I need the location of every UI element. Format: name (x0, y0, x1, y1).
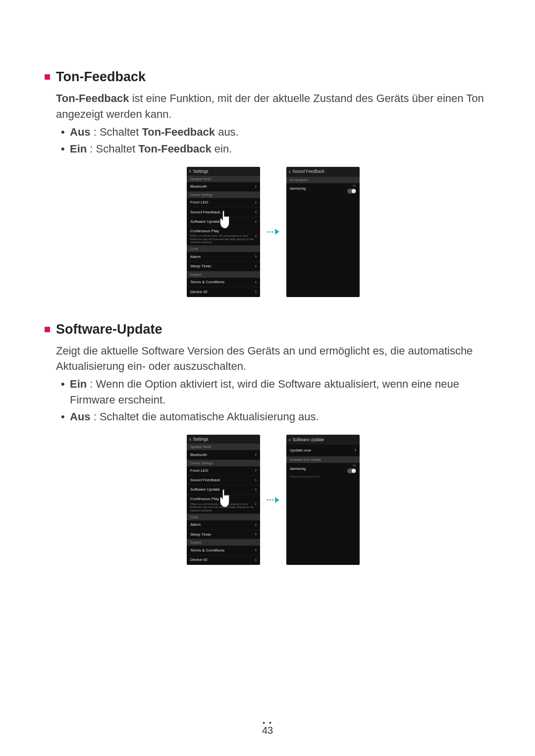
row-label: Update now (290, 448, 311, 454)
bullet-icon (45, 74, 50, 80)
speaker-name: samsung (290, 466, 306, 472)
toggle-row-samsung[interactable]: samsung On (286, 183, 360, 195)
list-rest: : Schaltet die automatische Aktualisieru… (91, 410, 319, 423)
row-label: Sound Feedback (190, 477, 220, 483)
chevron-right-icon: › (355, 447, 356, 454)
chevron-right-icon: › (255, 183, 257, 191)
intro-bold: Ton-Feedback (56, 92, 129, 104)
row-software-update[interactable]: Software Update› (187, 485, 260, 495)
row-bluetooth[interactable]: Bluetooth› (187, 182, 260, 192)
speaker-name: samsung (290, 186, 306, 192)
list-item: Aus : Schaltet die automatische Aktualis… (56, 409, 490, 425)
row-label: Continuous Play (190, 228, 219, 234)
chevron-right-icon: › (255, 288, 257, 296)
row-label: Front LED (190, 200, 208, 205)
row-continuous-play[interactable]: Continuous Play When you arrive home, th… (187, 495, 260, 513)
row-bluetooth[interactable]: Bluetooth› (187, 450, 260, 459)
toggle-wrap: On (347, 184, 356, 194)
row-label: Sound Feedback (190, 209, 220, 215)
section-title-row: Software-Update (45, 322, 490, 337)
arrow-flow-icon (267, 229, 279, 235)
row-device-id[interactable]: Device ID› (187, 555, 260, 565)
bullet-list: Ein : Wenn die Option aktiviert ist, wir… (56, 376, 490, 425)
row-software-update[interactable]: Software Update› (187, 217, 260, 227)
row-update-now[interactable]: Update now› (286, 445, 360, 456)
row-front-led[interactable]: Front LED› (187, 198, 260, 207)
row-label: Continuous Play (190, 496, 219, 502)
chevron-right-icon: › (255, 521, 257, 529)
section-label: Device Settings (187, 460, 260, 466)
chevron-right-icon: › (255, 199, 257, 206)
row-sound-feedback[interactable]: Sound Feedback› (187, 476, 260, 485)
list-bold2: Ton-Feedback (142, 126, 215, 138)
intro-paragraph: Ton-Feedback ist eine Funktion, mit der … (56, 91, 490, 122)
section-label: Speaker Mode (187, 176, 260, 182)
phone-header[interactable]: ‹ Sound Feedback (286, 167, 360, 177)
phone-header[interactable]: ‹ Settings (187, 435, 260, 444)
section-label: Clock (187, 514, 260, 520)
row-label: Alarm (190, 254, 201, 260)
row-sound-feedback[interactable]: Sound Feedback› (187, 207, 260, 217)
toggle-switch[interactable] (347, 468, 356, 473)
screenshot-row-1: ‹ Settings Speaker Mode Bluetooth› Devic… (56, 167, 490, 297)
row-terms[interactable]: Terms & Conditions› (187, 546, 260, 555)
chevron-right-icon: › (255, 556, 257, 564)
row-continuous-play[interactable]: Continuous Play When you arrive home, th… (187, 227, 260, 246)
phone-header[interactable]: ‹ Software Update (286, 435, 360, 445)
section-label: Software Auto Update (286, 456, 360, 463)
chevron-right-icon: › (255, 451, 257, 458)
row-label: Sleep Timer (190, 532, 212, 538)
section-label: All Speakers (286, 177, 360, 183)
section-label: Speaker Mode (187, 444, 260, 450)
row-device-id[interactable]: Device ID› (187, 287, 260, 297)
toggle-wrap: On (347, 464, 356, 473)
list-end: ein. (212, 143, 232, 155)
chevron-right-icon: › (255, 253, 257, 260)
toggle-label: On (353, 184, 356, 188)
list-label: Ein (70, 378, 87, 390)
phone-title: Settings (193, 168, 209, 174)
bullet-icon (45, 327, 50, 332)
list-mid: : Schaltet (87, 143, 138, 155)
toggle-row-samsung[interactable]: samsung On (286, 463, 360, 474)
section-heading: Ton-Feedback (56, 69, 146, 85)
row-label: Terms & Conditions (190, 548, 224, 554)
row-label: Bluetooth (190, 452, 207, 458)
back-icon[interactable]: ‹ (289, 437, 291, 443)
section-software-update: Software-Update Zeigt die aktuelle Softw… (45, 322, 490, 565)
row-label: Front LED (190, 468, 208, 474)
section-label: Device Settings (187, 192, 260, 198)
list-rest: : Wenn die Option aktiviert ist, wird di… (70, 378, 459, 406)
list-label: Aus (70, 126, 91, 138)
row-sleep-timer[interactable]: Sleep Timer› (187, 530, 260, 539)
model-text: WAM7500/WAM-XXXXX (286, 474, 360, 480)
chevron-right-icon: › (255, 208, 257, 216)
phone-title: Software Update (293, 437, 324, 443)
row-alarm[interactable]: Alarm› (187, 252, 260, 261)
phone-title: Settings (193, 436, 209, 442)
chevron-right-icon: › (255, 531, 257, 538)
chevron-right-icon: › (255, 486, 257, 494)
row-alarm[interactable]: Alarm› (187, 520, 260, 530)
back-icon[interactable]: ‹ (289, 169, 291, 174)
list-item: Ein : Schaltet Ton-Feedback ein. (56, 141, 490, 157)
section-title-row: Ton-Feedback (45, 69, 490, 85)
row-front-led[interactable]: Front LED› (187, 466, 260, 476)
back-icon[interactable]: ‹ (189, 437, 191, 442)
back-icon[interactable]: ‹ (189, 168, 191, 174)
row-terms[interactable]: Terms & Conditions› (187, 278, 260, 287)
section-heading: Software-Update (56, 322, 162, 337)
phone-software-update: ‹ Software Update Update now› Software A… (286, 435, 360, 565)
row-sleep-timer[interactable]: Sleep Timer› (187, 262, 260, 271)
page-number-value: 43 (262, 725, 273, 736)
screenshot-row-2: ‹ Settings Speaker Mode Bluetooth› Devic… (56, 435, 490, 565)
section-label: Support (187, 271, 260, 278)
intro-paragraph: Zeigt die aktuelle Software Version des … (56, 343, 490, 375)
phone-header[interactable]: ‹ Settings (187, 167, 260, 176)
toggle-switch[interactable] (347, 189, 356, 194)
phone-filler (286, 195, 360, 297)
phone-settings: ‹ Settings Speaker Mode Bluetooth› Devic… (187, 167, 260, 297)
phone-settings: ‹ Settings Speaker Mode Bluetooth› Devic… (187, 435, 260, 565)
page-dots-icon: • • (262, 721, 273, 725)
list-end: aus. (215, 126, 239, 138)
